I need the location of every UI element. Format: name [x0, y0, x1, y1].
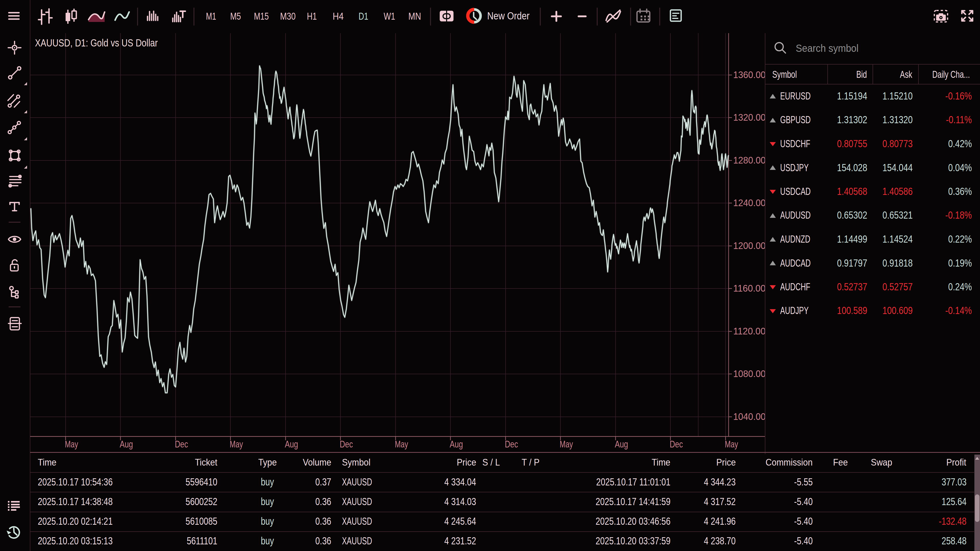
svg-text:1120.00: 1120.00	[733, 326, 765, 337]
svg-text:May: May	[725, 439, 738, 449]
svg-text:1080.00: 1080.00	[733, 368, 765, 379]
svg-text:1200.00: 1200.00	[733, 241, 765, 251]
svg-text:Aug: Aug	[615, 439, 628, 449]
svg-text:Aug: Aug	[285, 439, 298, 449]
svg-text:D1: D1	[359, 11, 368, 22]
svg-text:1360.00: 1360.00	[733, 70, 765, 80]
svg-text:May: May	[65, 439, 78, 449]
svg-text:May: May	[560, 439, 573, 449]
svg-text:May: May	[395, 439, 408, 449]
svg-text:Aug: Aug	[120, 439, 133, 449]
svg-text:M30: M30	[280, 11, 296, 22]
svg-text:H1: H1	[307, 11, 317, 22]
svg-text:W1: W1	[384, 11, 395, 22]
svg-text:Dec: Dec	[670, 439, 683, 449]
svg-text:Dec: Dec	[340, 439, 353, 449]
svg-text:1280.00: 1280.00	[733, 155, 765, 165]
svg-text:XAUUSD, D1: Gold vs US Dollar: XAUUSD, D1: Gold vs US Dollar	[35, 37, 158, 48]
svg-text:New Order: New Order	[487, 10, 530, 21]
svg-text:M5: M5	[230, 11, 241, 22]
svg-text:1160.00: 1160.00	[733, 283, 765, 294]
svg-text:Aug: Aug	[450, 439, 463, 449]
svg-text:May: May	[230, 439, 243, 449]
svg-text:M15: M15	[254, 11, 269, 22]
svg-text:M1: M1	[206, 11, 216, 22]
svg-text:1320.00: 1320.00	[733, 112, 765, 123]
svg-text:1040.00: 1040.00	[733, 411, 765, 422]
svg-text:Dec: Dec	[175, 439, 188, 449]
svg-text:1240.00: 1240.00	[733, 198, 765, 208]
svg-text:MN: MN	[408, 11, 421, 22]
svg-text:Dec: Dec	[505, 439, 518, 449]
svg-text:H4: H4	[333, 11, 344, 22]
